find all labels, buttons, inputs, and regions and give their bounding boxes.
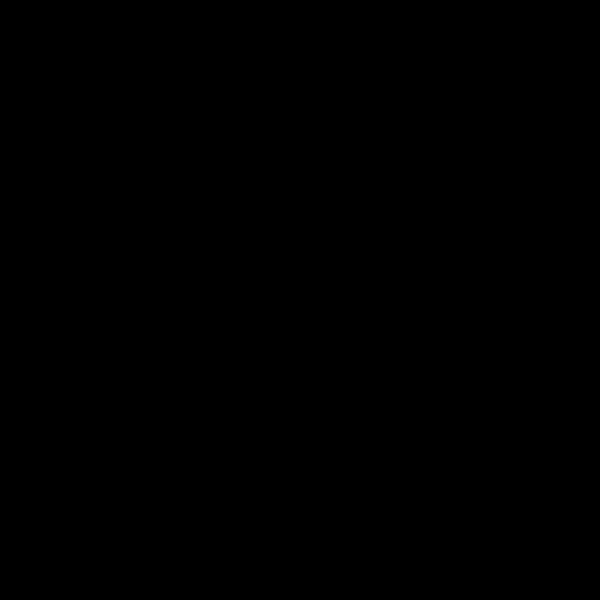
fabric-preview-window: [0, 0, 600, 600]
left-ruler: [0, 36, 35, 600]
fabric-preview-scene: [0, 0, 600, 600]
ruler-corner: [0, 0, 36, 33]
top-ruler: [0, 0, 600, 36]
fabric-swatch: [35, 36, 600, 600]
